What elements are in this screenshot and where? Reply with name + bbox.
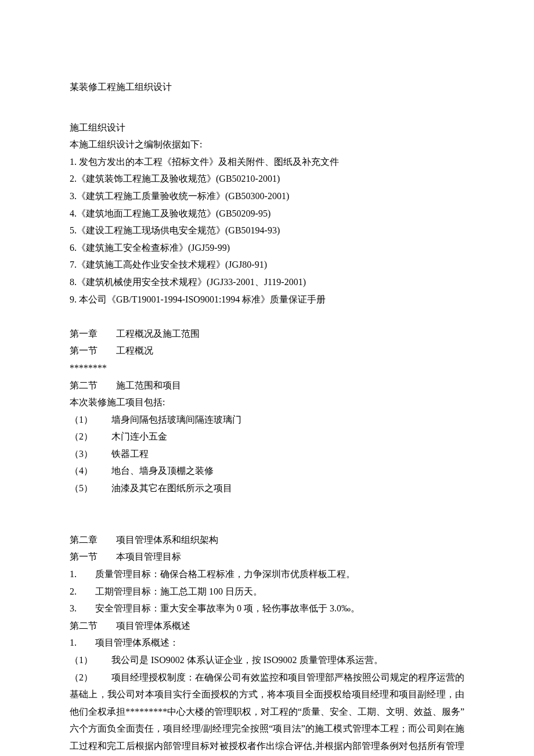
- ch2-section1-title: 第一节 本项目管理目标: [70, 548, 464, 566]
- basis-item: 6.《建筑施工安全检查标准》(JGJ59-99): [70, 239, 464, 257]
- intro-header: 施工组织设计: [70, 119, 464, 136]
- intro-line: 本施工组织设计之编制依据如下:: [70, 136, 464, 153]
- basis-item: 8.《建筑机械使用安全技术规程》(JGJ33-2001、J119-2001): [70, 273, 464, 291]
- mgmt-goal-item: 2. 工期管理目标：施工总工期 100 日历天。: [70, 583, 464, 600]
- ch1-section2-title: 第二节 施工范围和项目: [70, 377, 464, 394]
- chapter-1-title: 第一章 工程概况及施工范围: [70, 325, 464, 343]
- mgmt-goal-item: 1. 质量管理目标：确保合格工程标准，力争深圳市优质样板工程。: [70, 566, 464, 583]
- basis-item: 7.《建筑施工高处作业安全技术规程》(JGJ80-91): [70, 256, 464, 273]
- chapter-2-title: 第二章 项目管理体系和组织架构: [70, 531, 464, 549]
- scope-item: （4） 地台、墙身及顶棚之装修: [70, 462, 464, 480]
- basis-item: 4.《建筑地面工程施工及验收规范》(GB50209-95): [70, 205, 464, 222]
- ch1-section1-title: 第一节 工程概况: [70, 342, 464, 359]
- scope-item: （3） 铁器工程: [70, 445, 464, 463]
- mgmt-goal-item: 3. 安全管理目标：重大安全事故率为 0 项，轻伤事故率低于 3.0‰。: [70, 600, 464, 617]
- document-page: 某装修工程施工组织设计 施工组织设计 本施工组织设计之编制依据如下: 1. 发包…: [0, 0, 534, 756]
- ch1-section2-intro: 本次装修施工项目包括:: [70, 394, 464, 411]
- ch2-section2-title: 第二节 项目管理体系概述: [70, 617, 464, 635]
- ch1-section1-body: ********: [70, 359, 464, 377]
- doc-title: 某装修工程施工组织设计: [70, 78, 464, 96]
- ch2-section2-p2: （2） 项目经理授权制度：在确保公司有效监控和项目管理部严格按照公司规定的程序运…: [70, 669, 464, 756]
- basis-item: 1. 发包方发出的本工程《招标文件》及相关附件、图纸及补充文件: [70, 153, 464, 171]
- ch2-section2-lead: 1. 项目管理体系概述：: [70, 634, 464, 651]
- scope-item: （1） 墙身间隔包括玻璃间隔连玻璃门: [70, 411, 464, 429]
- ch2-section2-p1: （1） 我公司是 ISO9002 体系认证企业，按 ISO9002 质量管理体系…: [70, 651, 464, 669]
- basis-item: 3.《建筑工程施工质量验收统一标准》(GB50300-2001): [70, 188, 464, 205]
- scope-item: （5） 油漆及其它在图纸所示之项目: [70, 480, 464, 497]
- basis-item: 9. 本公司《GB/T19001-1994-ISO9001:1994 标准》质量…: [70, 291, 464, 308]
- basis-item: 5.《建设工程施工现场供电安全规范》(GB50194-93): [70, 222, 464, 239]
- scope-item: （2） 木门连小五金: [70, 428, 464, 445]
- basis-item: 2.《建筑装饰工程施工及验收规范》(GB50210-2001): [70, 170, 464, 188]
